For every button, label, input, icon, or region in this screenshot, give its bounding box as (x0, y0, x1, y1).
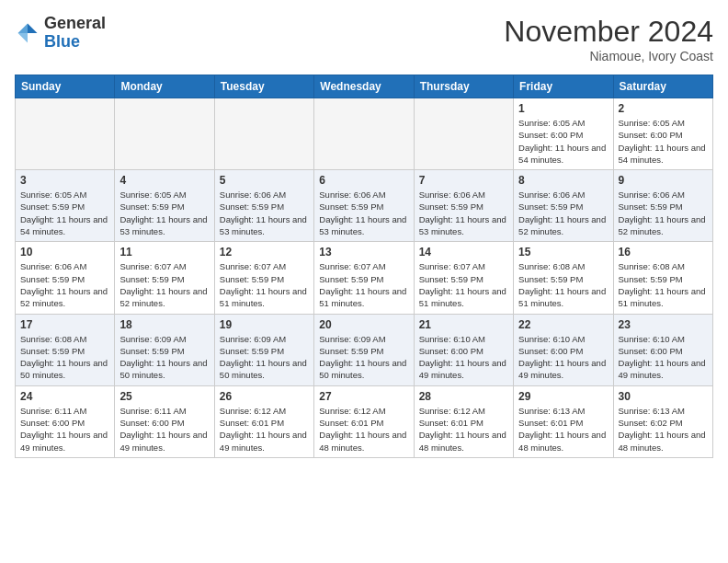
svg-marker-1 (18, 23, 28, 33)
day-info: Sunrise: 6:09 AMSunset: 5:59 PMDaylight:… (319, 333, 408, 382)
day-number: 4 (119, 174, 209, 187)
day-number: 21 (419, 318, 508, 331)
svg-marker-0 (28, 23, 38, 33)
day-info: Sunrise: 6:13 AMSunset: 6:01 PMDaylight:… (518, 405, 608, 454)
day-info: Sunrise: 6:08 AMSunset: 5:59 PMDaylight:… (20, 333, 109, 382)
weekday-header-saturday: Saturday (613, 75, 712, 98)
calendar-cell: 2Sunrise: 6:05 AMSunset: 6:00 PMDaylight… (613, 98, 712, 170)
day-info: Sunrise: 6:06 AMSunset: 5:59 PMDaylight:… (518, 189, 608, 237)
weekday-header-thursday: Thursday (414, 75, 513, 98)
day-info: Sunrise: 6:11 AMSunset: 6:00 PMDaylight:… (20, 405, 109, 454)
day-info: Sunrise: 6:06 AMSunset: 5:59 PMDaylight:… (419, 189, 508, 237)
calendar-week-2: 10Sunrise: 6:06 AMSunset: 5:59 PMDayligh… (16, 242, 713, 314)
day-number: 24 (20, 390, 109, 403)
calendar-cell (414, 98, 513, 170)
day-info: Sunrise: 6:06 AMSunset: 5:59 PMDaylight:… (319, 189, 408, 237)
logo: General Blue (15, 15, 106, 52)
calendar-cell: 13Sunrise: 6:07 AMSunset: 5:59 PMDayligh… (314, 242, 414, 314)
day-number: 22 (518, 318, 608, 331)
day-number: 17 (20, 318, 109, 331)
day-info: Sunrise: 6:12 AMSunset: 6:01 PMDaylight:… (220, 405, 309, 454)
calendar-cell: 28Sunrise: 6:12 AMSunset: 6:01 PMDayligh… (414, 385, 513, 457)
day-number: 3 (20, 174, 109, 187)
day-info: Sunrise: 6:07 AMSunset: 5:59 PMDaylight:… (119, 260, 209, 309)
day-info: Sunrise: 6:11 AMSunset: 6:00 PMDaylight:… (119, 405, 209, 454)
day-number: 29 (518, 390, 608, 403)
day-info: Sunrise: 6:08 AMSunset: 5:59 PMDaylight:… (619, 260, 708, 309)
logo-text: General Blue (44, 15, 106, 52)
day-number: 27 (319, 390, 408, 403)
calendar-cell: 6Sunrise: 6:06 AMSunset: 5:59 PMDaylight… (314, 170, 414, 242)
weekday-header-sunday: Sunday (16, 75, 115, 98)
day-number: 8 (518, 174, 608, 187)
weekday-header-row: SundayMondayTuesdayWednesdayThursdayFrid… (16, 75, 713, 98)
day-number: 13 (319, 246, 408, 259)
day-info: Sunrise: 6:10 AMSunset: 6:00 PMDaylight:… (419, 333, 508, 382)
calendar-cell: 9Sunrise: 6:06 AMSunset: 5:59 PMDaylight… (613, 170, 712, 242)
day-number: 6 (319, 174, 408, 187)
day-info: Sunrise: 6:07 AMSunset: 5:59 PMDaylight:… (220, 260, 309, 309)
day-number: 5 (220, 174, 309, 187)
calendar-cell: 4Sunrise: 6:05 AMSunset: 5:59 PMDaylight… (115, 170, 214, 242)
calendar-cell: 15Sunrise: 6:08 AMSunset: 5:59 PMDayligh… (514, 242, 613, 314)
calendar-cell: 3Sunrise: 6:05 AMSunset: 5:59 PMDaylight… (16, 170, 115, 242)
calendar: SundayMondayTuesdayWednesdayThursdayFrid… (15, 75, 713, 458)
calendar-cell: 24Sunrise: 6:11 AMSunset: 6:00 PMDayligh… (16, 385, 115, 457)
calendar-cell: 8Sunrise: 6:06 AMSunset: 5:59 PMDaylight… (514, 170, 613, 242)
calendar-cell: 26Sunrise: 6:12 AMSunset: 6:01 PMDayligh… (214, 385, 313, 457)
svg-marker-2 (18, 33, 28, 43)
weekday-header-wednesday: Wednesday (314, 75, 414, 98)
day-number: 19 (220, 318, 309, 331)
day-number: 23 (619, 318, 708, 331)
page-header: General Blue November 2024 Niamoue, Ivor… (15, 15, 713, 63)
calendar-cell (16, 98, 115, 170)
calendar-cell: 1Sunrise: 6:05 AMSunset: 6:00 PMDaylight… (514, 98, 613, 170)
day-info: Sunrise: 6:05 AMSunset: 6:00 PMDaylight:… (518, 117, 608, 166)
day-number: 12 (220, 246, 309, 259)
calendar-cell: 12Sunrise: 6:07 AMSunset: 5:59 PMDayligh… (214, 242, 313, 314)
calendar-cell: 5Sunrise: 6:06 AMSunset: 5:59 PMDaylight… (214, 170, 313, 242)
day-info: Sunrise: 6:06 AMSunset: 5:59 PMDaylight:… (220, 189, 309, 237)
calendar-cell: 22Sunrise: 6:10 AMSunset: 6:00 PMDayligh… (514, 314, 613, 385)
day-number: 14 (419, 246, 508, 259)
calendar-cell: 20Sunrise: 6:09 AMSunset: 5:59 PMDayligh… (314, 314, 414, 385)
calendar-cell: 14Sunrise: 6:07 AMSunset: 5:59 PMDayligh… (414, 242, 513, 314)
weekday-header-monday: Monday (115, 75, 214, 98)
day-number: 16 (619, 246, 708, 259)
day-number: 9 (619, 174, 708, 187)
calendar-cell: 27Sunrise: 6:12 AMSunset: 6:01 PMDayligh… (314, 385, 414, 457)
day-info: Sunrise: 6:07 AMSunset: 5:59 PMDaylight:… (419, 260, 508, 309)
day-number: 30 (619, 390, 708, 403)
day-number: 10 (20, 246, 109, 259)
day-info: Sunrise: 6:09 AMSunset: 5:59 PMDaylight:… (119, 333, 209, 382)
title-block: November 2024 Niamoue, Ivory Coast (504, 15, 713, 63)
day-number: 2 (619, 102, 708, 115)
day-info: Sunrise: 6:05 AMSunset: 5:59 PMDaylight:… (20, 189, 109, 237)
day-info: Sunrise: 6:09 AMSunset: 5:59 PMDaylight:… (220, 333, 309, 382)
day-number: 25 (119, 390, 209, 403)
day-number: 18 (119, 318, 209, 331)
calendar-cell (115, 98, 214, 170)
calendar-cell: 18Sunrise: 6:09 AMSunset: 5:59 PMDayligh… (115, 314, 214, 385)
day-number: 20 (319, 318, 408, 331)
day-info: Sunrise: 6:06 AMSunset: 5:59 PMDaylight:… (619, 189, 708, 237)
weekday-header-tuesday: Tuesday (214, 75, 313, 98)
calendar-cell: 29Sunrise: 6:13 AMSunset: 6:01 PMDayligh… (514, 385, 613, 457)
day-info: Sunrise: 6:10 AMSunset: 6:00 PMDaylight:… (619, 333, 708, 382)
calendar-week-0: 1Sunrise: 6:05 AMSunset: 6:00 PMDaylight… (16, 98, 713, 170)
day-number: 28 (419, 390, 508, 403)
calendar-cell: 23Sunrise: 6:10 AMSunset: 6:00 PMDayligh… (613, 314, 712, 385)
day-number: 26 (220, 390, 309, 403)
calendar-cell: 21Sunrise: 6:10 AMSunset: 6:00 PMDayligh… (414, 314, 513, 385)
day-info: Sunrise: 6:13 AMSunset: 6:02 PMDaylight:… (619, 405, 708, 454)
day-info: Sunrise: 6:08 AMSunset: 5:59 PMDaylight:… (518, 260, 608, 309)
day-number: 15 (518, 246, 608, 259)
calendar-cell: 10Sunrise: 6:06 AMSunset: 5:59 PMDayligh… (16, 242, 115, 314)
weekday-header-friday: Friday (514, 75, 613, 98)
calendar-cell (214, 98, 313, 170)
day-info: Sunrise: 6:07 AMSunset: 5:59 PMDaylight:… (319, 260, 408, 309)
calendar-week-1: 3Sunrise: 6:05 AMSunset: 5:59 PMDaylight… (16, 170, 713, 242)
day-info: Sunrise: 6:05 AMSunset: 5:59 PMDaylight:… (119, 189, 209, 237)
calendar-cell: 19Sunrise: 6:09 AMSunset: 5:59 PMDayligh… (214, 314, 313, 385)
month-title: November 2024 (504, 15, 713, 49)
